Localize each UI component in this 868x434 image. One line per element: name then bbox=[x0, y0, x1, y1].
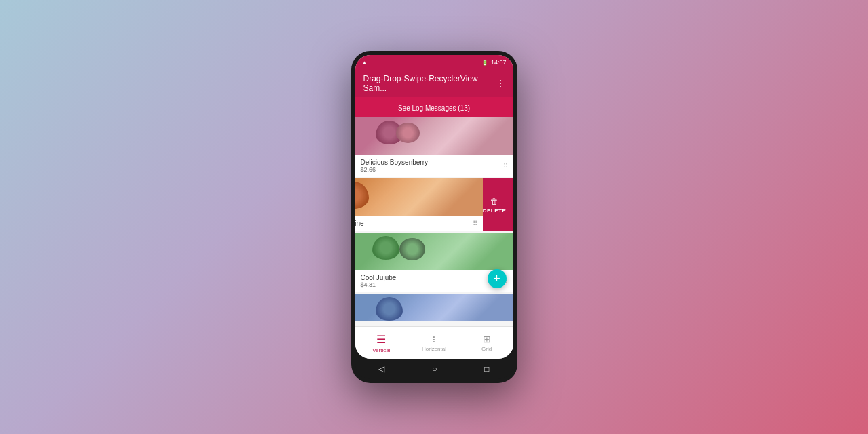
content-area: Delicious Boysenberry $2.66 ⠿ . bbox=[355, 117, 513, 326]
delete-label: DELETE bbox=[483, 208, 507, 214]
drag-handle-tangerine[interactable]: ⠿ bbox=[473, 220, 477, 227]
grid-icon: ⊞ bbox=[483, 334, 491, 344]
recent-button[interactable]: □ bbox=[484, 364, 489, 374]
nav-label-vertical: Vertical bbox=[372, 347, 390, 353]
signal-icon: ▲ bbox=[362, 60, 368, 66]
item-price-boysenberry: $2.66 bbox=[361, 166, 429, 173]
android-nav-bar: ◁ ○ □ bbox=[355, 359, 513, 379]
item-text-boysenberry: Delicious Boysenberry $2.66 bbox=[361, 159, 429, 173]
item-name-tangerine: ...tangerine bbox=[355, 220, 364, 227]
delete-icon: 🗑 bbox=[490, 197, 498, 206]
item-image-jujube bbox=[355, 233, 513, 270]
menu-button[interactable]: ⋮ bbox=[496, 78, 505, 89]
fab-plus-icon: + bbox=[493, 273, 500, 285]
bottom-nav: ☰ Vertical ⫶ Horizontal ⊞ Grid bbox=[355, 326, 513, 359]
nav-item-grid[interactable]: ⊞ Grid bbox=[460, 327, 513, 359]
item-image-boysenberry bbox=[355, 117, 513, 155]
log-banner[interactable]: See Log Messages (13) bbox=[355, 97, 513, 117]
item-text-jujube: Cool Jujube $4.31 bbox=[361, 274, 397, 288]
blue-image bbox=[355, 294, 513, 321]
back-button[interactable]: ◁ bbox=[378, 364, 384, 374]
jujube-image bbox=[355, 233, 513, 270]
nav-item-vertical[interactable]: ☰ Vertical bbox=[355, 327, 408, 359]
status-bar: ▲ 🔋 14:07 bbox=[355, 55, 513, 70]
item-price-jujube: $4.31 bbox=[361, 281, 397, 288]
item-text-tangerine: ...tangerine bbox=[355, 220, 364, 227]
swipe-content-tangerine: ...tangerine ⠿ 🗑 DELETE bbox=[355, 178, 513, 231]
battery-icon: 🔋 bbox=[481, 60, 488, 66]
item-image-tangerine bbox=[355, 178, 483, 216]
phone-screen: ▲ 🔋 14:07 Drag-Drop-Swipe-RecyclerView S… bbox=[355, 55, 513, 359]
item-image-blue bbox=[355, 294, 513, 321]
app-bar: Drag-Drop-Swipe-RecyclerView Sam... ⋮ bbox=[355, 70, 513, 97]
item-info-tangerine: ...tangerine ⠿ bbox=[355, 216, 483, 231]
swipe-item-main-tangerine: ...tangerine ⠿ bbox=[355, 178, 483, 231]
status-bar-right: 🔋 14:07 bbox=[481, 59, 507, 66]
tangerine-image bbox=[355, 178, 483, 216]
fab-add-button[interactable]: + bbox=[488, 269, 507, 288]
nav-label-horizontal: Horizontal bbox=[422, 346, 446, 352]
list-item-tangerine[interactable]: ...tangerine ⠿ 🗑 DELETE bbox=[355, 178, 513, 231]
nav-item-horizontal[interactable]: ⫶ Horizontal bbox=[408, 327, 460, 359]
time-display: 14:07 bbox=[491, 59, 507, 66]
status-bar-left: ▲ bbox=[362, 60, 368, 66]
vertical-icon: ☰ bbox=[376, 333, 386, 346]
phone-frame: ▲ 🔋 14:07 Drag-Drop-Swipe-RecyclerView S… bbox=[351, 51, 517, 383]
item-name-jujube: Cool Jujube bbox=[361, 274, 397, 281]
home-button[interactable]: ○ bbox=[432, 364, 437, 374]
horizontal-icon: ⫶ bbox=[431, 334, 437, 344]
log-banner-text: See Log Messages (13) bbox=[398, 104, 470, 112]
list-item-boysenberry[interactable]: Delicious Boysenberry $2.66 ⠿ bbox=[355, 117, 513, 177]
nav-label-grid: Grid bbox=[481, 346, 492, 352]
item-name-boysenberry: Delicious Boysenberry bbox=[361, 159, 429, 166]
list-item-blue[interactable] bbox=[355, 294, 513, 321]
boysenberry-image bbox=[355, 117, 513, 155]
item-info-boysenberry: Delicious Boysenberry $2.66 ⠿ bbox=[355, 155, 513, 177]
drag-handle-boysenberry[interactable]: ⠿ bbox=[503, 162, 508, 170]
app-title: Drag-Drop-Swipe-RecyclerView Sam... bbox=[363, 74, 496, 93]
